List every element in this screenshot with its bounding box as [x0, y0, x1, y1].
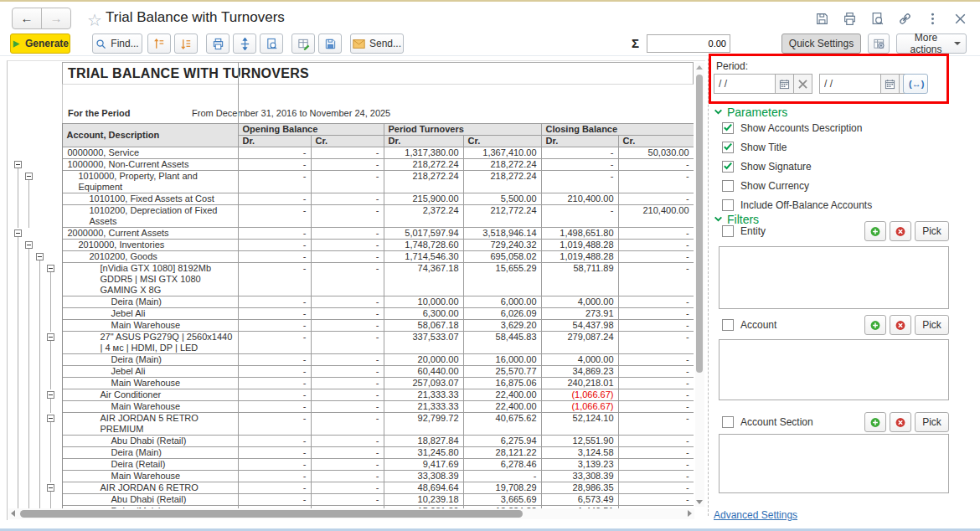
- collapse-group-icon[interactable]: [14, 161, 22, 168]
- collapse-group-icon[interactable]: [47, 333, 54, 341]
- table-row[interactable]: Air Conditioner--21,333.3322,400.00(1,06…: [8, 389, 694, 401]
- tree-gutter-cell: [8, 354, 62, 366]
- table-row[interactable]: [nVidia GTX 1080] 8192Mb GDDR5 | MSI GTX…: [8, 263, 694, 296]
- generate-button[interactable]: Generate: [10, 34, 70, 54]
- more-actions-button[interactable]: More actions: [896, 34, 967, 54]
- table-row[interactable]: AIR JORDAN 5 RETRO PREMIUM--92,799.7240,…: [8, 413, 694, 436]
- calendar-icon[interactable]: [881, 74, 900, 94]
- table-row[interactable]: Deira (Main)--10,000.006,000.004,000.00-: [8, 296, 694, 308]
- collapse-group-icon[interactable]: [14, 229, 22, 237]
- table-row[interactable]: 2010200, Goods--1,714,546.30695,058.021,…: [8, 251, 694, 263]
- favorite-star-icon[interactable]: ☆: [82, 9, 107, 31]
- column-header-dr: Dr.: [541, 136, 618, 147]
- table-row[interactable]: Deira (Retail)--9,417.696,278.463,139.23…: [8, 459, 694, 471]
- table-row[interactable]: Abu Dhabi (Retail)--18,827.846,275.9412,…: [8, 436, 694, 447]
- send-button[interactable]: Send...: [350, 34, 404, 54]
- pick-button[interactable]: Pick: [915, 315, 949, 335]
- date-from-input[interactable]: [714, 74, 776, 94]
- table-row[interactable]: 2010000, Inventories--1,748,728.60729,24…: [8, 240, 694, 251]
- vertical-scroll-thumb[interactable]: [696, 75, 703, 373]
- table-row[interactable]: Deira (Main)--20,000.0016,000.004,000.00…: [8, 354, 694, 366]
- table-row[interactable]: 1010100, Fixed Assets at Cost--215,900.0…: [8, 193, 694, 205]
- checkbox[interactable]: [722, 199, 734, 211]
- table-row[interactable]: AIR JORDAN 6 RETRO--48,694.6419,708.2928…: [8, 482, 694, 494]
- quick-settings-button[interactable]: Quick Settings: [781, 34, 861, 54]
- checkbox[interactable]: [722, 180, 734, 192]
- table-row[interactable]: 1000000, Non-Current Assets--218,272.242…: [8, 159, 694, 171]
- table-row[interactable]: Main Warehouse--21,333.3322,400.00(1,066…: [8, 401, 694, 413]
- table-row[interactable]: Jebel Ali--60,440.0025,570.7734,869.23-: [8, 366, 694, 378]
- collapse-group-icon[interactable]: [47, 484, 54, 492]
- table-row[interactable]: Deira (Main)--31,245.8028,121.223,124.58…: [8, 447, 694, 459]
- add-circle-icon[interactable]: [864, 221, 886, 241]
- collapse-group-icon[interactable]: [25, 173, 33, 180]
- scroll-up-icon[interactable]: [696, 65, 703, 70]
- menu-icon[interactable]: [924, 9, 942, 28]
- table-row[interactable]: 0000000, Service--1,317,380.001,367,410.…: [8, 147, 694, 159]
- scroll-left-icon[interactable]: [11, 510, 15, 517]
- value-cell: -: [238, 263, 311, 296]
- table-row[interactable]: 1010200, Depreciation of Fixed Assets--2…: [8, 205, 694, 228]
- back-button[interactable]: ←: [12, 8, 42, 29]
- remove-circle-icon[interactable]: [890, 221, 911, 241]
- edit-table-button[interactable]: [291, 34, 315, 54]
- filter-value-list[interactable]: [719, 434, 949, 493]
- collapse-group-icon[interactable]: [47, 265, 54, 272]
- value-cell: 15,655.29: [463, 263, 541, 296]
- horizontal-scrollbar[interactable]: [8, 508, 694, 519]
- close-icon[interactable]: [952, 9, 970, 28]
- print-icon[interactable]: [841, 9, 859, 28]
- filter-value-list[interactable]: [719, 246, 949, 309]
- collapse-group-icon[interactable]: [36, 253, 44, 260]
- print-preview-button[interactable]: [260, 34, 283, 54]
- add-circle-icon[interactable]: [864, 315, 886, 335]
- scroll-down-icon[interactable]: [696, 500, 703, 504]
- table-row[interactable]: Main Warehouse--33,308.39-33,308.39-: [8, 471, 694, 482]
- page-setup-button[interactable]: [233, 34, 256, 54]
- find-button[interactable]: Find...: [92, 34, 142, 54]
- table-row[interactable]: 1010000, Property, Plant and Equipment--…: [8, 171, 694, 193]
- expand-groups-button[interactable]: [174, 34, 198, 54]
- collapse-groups-button[interactable]: [147, 34, 171, 54]
- collapse-group-icon[interactable]: [47, 415, 54, 422]
- remove-circle-icon[interactable]: [890, 315, 911, 335]
- table-row[interactable]: Abu Dhabi (Retail)--10,239.183,665.696,5…: [8, 494, 694, 506]
- forward-button[interactable]: →: [41, 8, 71, 29]
- sum-input[interactable]: [647, 34, 730, 53]
- table-row[interactable]: Main Warehouse--58,067.183,629.2054,437.…: [8, 320, 694, 332]
- preview-icon[interactable]: [869, 9, 887, 28]
- collapse-group-icon[interactable]: [47, 391, 54, 399]
- remove-circle-icon[interactable]: [890, 412, 911, 432]
- value-cell: (1,066.67): [541, 389, 618, 401]
- period-range-icon[interactable]: (↔): [903, 74, 928, 94]
- panel-splitter[interactable]: [708, 59, 709, 516]
- save-icon[interactable]: [813, 9, 832, 28]
- date-to-input[interactable]: [819, 74, 881, 94]
- parameters-section-header[interactable]: Parameters: [714, 106, 787, 119]
- link-icon[interactable]: [896, 9, 915, 28]
- checkbox[interactable]: [722, 142, 734, 153]
- table-row[interactable]: Jebel Ali--6,300.006,026.09273.91-: [8, 308, 694, 320]
- advanced-settings-link[interactable]: Advanced Settings: [714, 509, 797, 521]
- collapse-group-icon[interactable]: [25, 241, 33, 249]
- table-row[interactable]: 2000000, Current Assets--5,017,597.943,5…: [8, 228, 694, 240]
- clear-icon[interactable]: [794, 74, 812, 94]
- table-row[interactable]: 27" ASUS PG279Q | 2560x1440 | 4 мс | HDM…: [8, 332, 694, 354]
- save-file-button[interactable]: [318, 34, 342, 54]
- pick-button[interactable]: Pick: [915, 221, 949, 241]
- checkbox[interactable]: [722, 225, 734, 237]
- checkbox[interactable]: [722, 161, 734, 173]
- table-row[interactable]: Main Warehouse--257,093.0716,875.06240,2…: [8, 378, 694, 389]
- pick-button[interactable]: Pick: [915, 412, 949, 432]
- horizontal-scroll-thumb[interactable]: [20, 510, 523, 518]
- print-button[interactable]: [206, 34, 230, 54]
- filter-value-list[interactable]: [719, 339, 949, 400]
- checkbox[interactable]: [722, 122, 734, 134]
- checkbox[interactable]: [722, 319, 734, 331]
- vertical-scrollbar[interactable]: [695, 63, 704, 507]
- checkbox[interactable]: [722, 416, 734, 428]
- add-circle-icon[interactable]: [864, 412, 886, 432]
- calendar-icon[interactable]: [776, 74, 794, 94]
- report-settings-button[interactable]: [868, 34, 890, 54]
- scroll-right-icon[interactable]: [688, 510, 692, 517]
